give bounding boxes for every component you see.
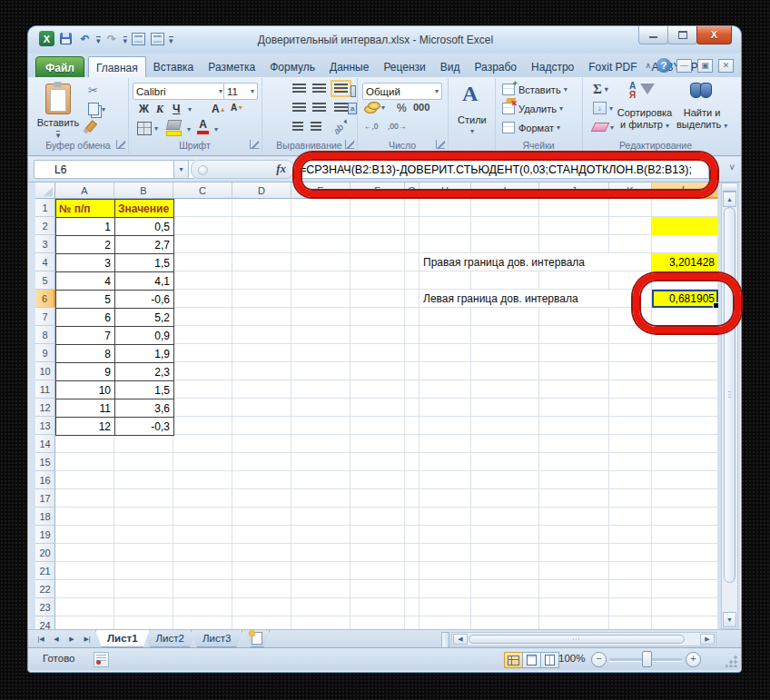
row-header-6[interactable]: 6 [35,290,55,308]
column-header-E[interactable]: E [291,182,350,199]
cell-A3[interactable]: 2 [56,236,115,254]
italic-button[interactable]: К [156,103,163,116]
cell-B5[interactable]: 4,1 [115,272,174,291]
vertical-split-handle[interactable] [723,184,736,192]
select-all-corner[interactable] [35,182,55,199]
result-cell-L2[interactable] [652,217,718,235]
column-header-B[interactable]: B [114,182,173,199]
minimize-button[interactable] [638,26,668,44]
cell-B7[interactable]: 5,2 [115,309,174,327]
number-dialog-launcher[interactable] [436,140,445,149]
align-bottom-button[interactable] [334,84,348,94]
underline-dropdown[interactable] [188,105,192,113]
align-center-button[interactable] [312,103,326,113]
cell-A2[interactable]: 1 [56,218,115,236]
paste-dropdown[interactable] [56,131,61,139]
shrink-font-button[interactable]: А [231,103,243,113]
cell-A5[interactable]: 4 [56,272,115,291]
column-header-H[interactable]: H [420,182,471,199]
row-header-20[interactable]: 20 [35,544,55,562]
paste-button[interactable]: Вставить [34,82,83,147]
vertical-scroll-thumb[interactable] [724,207,735,583]
name-box-dropdown[interactable] [173,160,189,179]
result-cell-L6[interactable]: 0,681905 [652,290,718,308]
fill-button[interactable]: ↓ [593,102,613,114]
row-header-15[interactable]: 15 [35,453,55,471]
row-header-11[interactable]: 11 [35,380,55,399]
bold-button[interactable]: Ж [139,103,149,115]
row-header-16[interactable]: 16 [35,471,55,489]
column-header-I[interactable]: I [471,182,539,199]
collapse-ribbon-icon[interactable]: ∧ [645,61,651,70]
styles-dropdown[interactable] [470,127,474,135]
row-header-24[interactable]: 24 [35,616,55,629]
horizontal-scrollbar[interactable] [451,632,716,646]
undo-button[interactable]: ↶ [77,32,93,46]
table-header-cell-B1[interactable]: Значение [115,200,174,218]
vertical-scrollbar[interactable] [721,182,738,629]
cell-A11[interactable]: 10 [56,381,115,399]
fill-color-button[interactable] [166,120,182,136]
accounting-format-button[interactable] [364,102,385,113]
row-header-12[interactable]: 12 [35,399,55,417]
tab-split-handle[interactable] [441,632,449,648]
horizontal-scroll-thumb[interactable] [469,635,685,644]
insert-cells-button[interactable]: +Вставить [502,84,568,95]
tab-file[interactable]: Файл [35,56,84,79]
row-header-22[interactable]: 22 [35,580,55,598]
workbook-minimize-button[interactable]: — [676,59,692,73]
sort-filter-button[interactable]: АЯ [629,82,656,105]
font-size-select[interactable]: 11 [223,83,258,100]
cell-B3[interactable]: 2,7 [115,236,174,254]
insert-function-button[interactable]: fx [276,162,286,176]
column-header-D[interactable]: D [232,182,291,199]
column-header-A[interactable]: A [55,182,114,199]
cell-B11[interactable]: 1,5 [115,381,174,399]
format-painter-button[interactable] [88,121,94,132]
cell-A7[interactable]: 6 [56,309,115,327]
tab-Надстро[interactable]: Надстро [524,56,581,77]
row-header-4[interactable]: 4 [35,253,55,271]
grow-font-button[interactable]: А [212,103,226,115]
find-select-icon[interactable] [689,83,713,97]
sheet-tab-Лист1[interactable]: Лист1 [95,630,150,647]
workbook-close-button[interactable]: ✕ [718,59,734,73]
autosum-button[interactable]: Σ [593,82,608,97]
merge-center-button[interactable]: a [348,103,357,114]
cell-B9[interactable]: 1,9 [115,345,174,363]
percent-style-button[interactable]: % [397,102,407,114]
row-header-10[interactable]: 10 [35,362,55,380]
find-select-label[interactable]: Найти ивыделить [676,107,727,132]
row-header-3[interactable]: 3 [35,235,55,253]
underline-button[interactable]: Ч [173,103,180,115]
fill-color-dropdown[interactable] [187,125,191,133]
restore-button[interactable] [667,26,697,44]
increase-indent-button[interactable] [311,122,321,132]
borders-button[interactable] [137,122,158,135]
cell-A4[interactable]: 3 [56,254,115,272]
cell-B8[interactable]: 0,9 [115,327,174,345]
row-header-1[interactable]: 1 [35,199,55,217]
row-header-18[interactable]: 18 [35,508,55,526]
row-header-2[interactable]: 2 [35,217,55,235]
result-cell-L4[interactable]: 3,201428 [652,253,718,271]
cell-B10[interactable]: 2,3 [115,363,174,381]
row-header-19[interactable]: 19 [35,526,55,544]
cell-A12[interactable]: 11 [56,399,115,418]
clipboard-dialog-launcher[interactable] [116,140,125,149]
column-header-K[interactable]: K [609,182,652,199]
column-header-J[interactable]: J [539,182,609,199]
row-header-21[interactable]: 21 [35,562,55,580]
font-name-select[interactable]: Calibri [133,83,226,100]
scroll-right-button[interactable] [700,634,715,645]
tab-Вид[interactable]: Вид [433,56,468,77]
cell-A13[interactable]: 12 [56,418,115,436]
scroll-down-button[interactable] [723,612,736,627]
zoom-out-button[interactable]: − [591,652,607,667]
prev-sheet-button[interactable] [49,632,64,646]
help-icon[interactable]: ? [656,58,671,73]
font-color-button[interactable]: А [197,120,209,134]
comma-style-button[interactable]: 000 [413,102,429,113]
clear-button[interactable] [593,123,614,132]
zoom-slider-handle[interactable] [642,651,652,667]
